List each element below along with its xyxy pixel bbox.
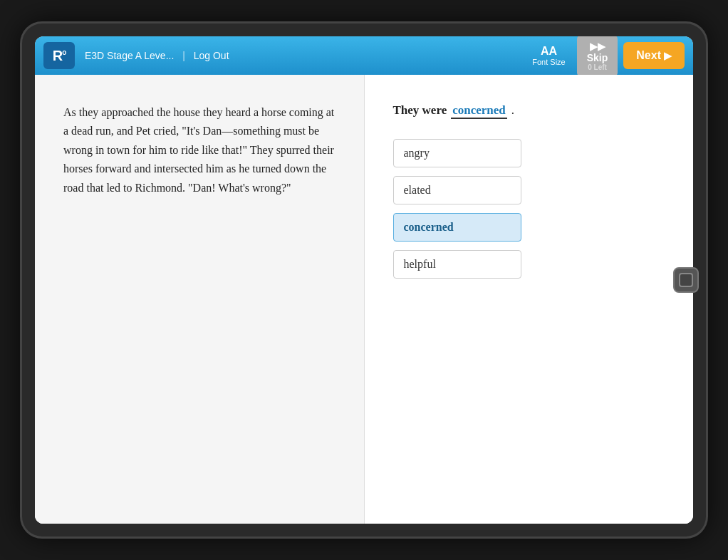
- next-arrow-icon: ▶: [664, 50, 672, 61]
- next-button[interactable]: Next ▶: [623, 42, 685, 69]
- option-angry[interactable]: angry: [393, 139, 521, 167]
- answer-highlight: concerned: [451, 103, 507, 119]
- content-area: As they approached the house they heard …: [35, 75, 693, 524]
- logout-link[interactable]: Log Out: [194, 50, 229, 61]
- home-button[interactable]: [673, 267, 699, 293]
- option-helpful[interactable]: helpful: [393, 250, 521, 279]
- screen: Ro E3D Stage A Leve... | Log Out AA Font…: [35, 36, 693, 524]
- answer-options: angry elated concerned helpful: [393, 139, 521, 279]
- option-elated[interactable]: elated: [393, 176, 521, 204]
- font-size-control[interactable]: AA Font Size: [532, 45, 565, 66]
- question-sentence: They were concerned .: [393, 103, 515, 119]
- breadcrumb-course[interactable]: E3D Stage A Leve...: [85, 50, 174, 61]
- skip-button[interactable]: ▶▶ Skip 0 Left: [577, 36, 618, 77]
- next-label: Next: [636, 49, 661, 62]
- font-size-aa: AA: [541, 45, 557, 58]
- breadcrumb-separator: |: [182, 50, 185, 61]
- question-panel: They were concerned . angry elated conce…: [365, 75, 694, 524]
- skip-arrows: ▶▶: [590, 41, 605, 52]
- question-prefix: They were: [393, 103, 447, 118]
- passage-text: As they approached the house they heard …: [63, 103, 336, 197]
- skip-label: Skip: [587, 52, 608, 63]
- question-suffix: .: [511, 103, 514, 118]
- reading-panel: As they approached the house they heard …: [35, 75, 365, 524]
- option-concerned[interactable]: concerned: [393, 213, 521, 242]
- home-button-inner: [679, 273, 693, 287]
- breadcrumb: E3D Stage A Leve... | Log Out: [85, 50, 229, 61]
- logo-text: Ro: [53, 48, 66, 64]
- skip-sub: 0 Left: [588, 63, 607, 71]
- font-size-label: Font Size: [532, 58, 565, 66]
- device-frame: Ro E3D Stage A Leve... | Log Out AA Font…: [22, 24, 706, 536]
- toolbar: Ro E3D Stage A Leve... | Log Out AA Font…: [35, 36, 693, 75]
- app-logo: Ro: [43, 42, 75, 69]
